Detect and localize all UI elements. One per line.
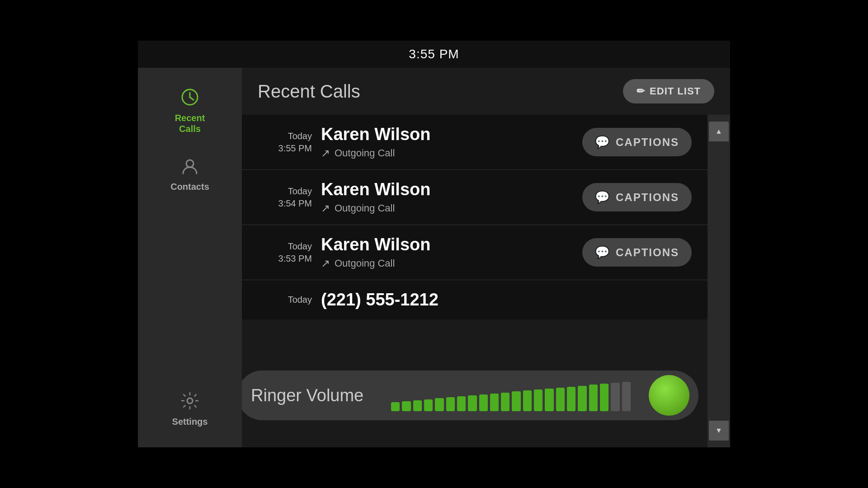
- call-type-1: Outgoing Call: [335, 147, 395, 159]
- call-info-2: Karen Wilson ↗ Outgoing Call: [321, 180, 573, 215]
- ringer-volume-overlay: Ringer Volume: [242, 371, 698, 420]
- edit-list-button[interactable]: ✏ EDIT LIST: [623, 79, 714, 103]
- edit-list-label: EDIT LIST: [650, 85, 701, 97]
- call-time-1: Today 3:55 PM: [258, 131, 312, 154]
- call-hour-2: 3:54 PM: [278, 198, 312, 209]
- captions-label-2: CAPTIONS: [616, 191, 679, 204]
- sidebar-item-settings[interactable]: Settings: [138, 380, 242, 438]
- call-name-1: Karen Wilson: [321, 125, 573, 144]
- status-time: 3:55 PM: [409, 47, 459, 61]
- call-item: Today 3:55 PM Karen Wilson ↗ Outgoing Ca…: [242, 115, 708, 170]
- call-hour-3: 3:53 PM: [278, 253, 312, 264]
- svg-point-3: [186, 160, 193, 167]
- outgoing-arrow-2: ↗: [321, 202, 330, 215]
- call-type-row-1: ↗ Outgoing Call: [321, 147, 573, 160]
- sidebar-item-recent-calls[interactable]: Recent Calls: [138, 77, 242, 145]
- contacts-label: Contacts: [170, 181, 209, 192]
- svg-point-4: [187, 398, 193, 404]
- sidebar: Recent Calls Contacts Settings: [138, 41, 242, 447]
- call-list-container: Today 3:55 PM Karen Wilson ↗ Outgoing Ca…: [242, 115, 730, 447]
- call-info-3: Karen Wilson ↗ Outgoing Call: [321, 235, 573, 270]
- call-day-partial: Today: [288, 295, 312, 305]
- page-header: Recent Calls ✏ EDIT LIST: [242, 68, 730, 115]
- captions-button-3[interactable]: 💬 CAPTIONS: [582, 238, 692, 267]
- ringer-volume-label: Ringer Volume: [251, 386, 377, 405]
- call-list: Today 3:55 PM Karen Wilson ↗ Outgoing Ca…: [242, 115, 708, 447]
- call-time-partial: Today: [258, 295, 312, 305]
- page-title: Recent Calls: [258, 81, 360, 102]
- ringer-bars: [391, 380, 631, 411]
- call-type-row-3: ↗ Outgoing Call: [321, 257, 573, 270]
- call-type-2: Outgoing Call: [335, 202, 395, 214]
- call-day-3: Today: [288, 241, 312, 252]
- call-item: Today 3:53 PM Karen Wilson ↗ Outgoing Ca…: [242, 225, 708, 280]
- call-type-row-2: ↗ Outgoing Call: [321, 202, 573, 215]
- call-day-2: Today: [288, 186, 312, 197]
- edit-icon: ✏: [637, 85, 645, 97]
- captions-label-1: CAPTIONS: [616, 136, 679, 149]
- captions-button-2[interactable]: 💬 CAPTIONS: [582, 183, 692, 211]
- call-item: Today 3:54 PM Karen Wilson ↗ Outgoing Ca…: [242, 170, 708, 225]
- call-time-2: Today 3:54 PM: [258, 186, 312, 209]
- captions-label-3: CAPTIONS: [616, 246, 679, 259]
- call-info-1: Karen Wilson ↗ Outgoing Call: [321, 125, 573, 160]
- call-type-3: Outgoing Call: [335, 258, 395, 269]
- recent-calls-label: Recent Calls: [175, 113, 205, 134]
- call-day-1: Today: [288, 131, 312, 141]
- call-item-partial: Today (221) 555-1212: [242, 280, 708, 319]
- svg-line-2: [190, 97, 193, 100]
- scroll-down-arrow: ▼: [715, 427, 722, 435]
- status-bar: 3:55 PM: [138, 41, 730, 68]
- caption-icon-2: 💬: [595, 190, 610, 204]
- settings-label: Settings: [172, 416, 208, 427]
- call-number-partial: (221) 555-1212: [321, 290, 439, 310]
- outgoing-arrow-1: ↗: [321, 147, 330, 160]
- clock-icon: [181, 88, 199, 109]
- call-name-2: Karen Wilson: [321, 180, 573, 199]
- scroll-down-button[interactable]: ▼: [709, 421, 729, 441]
- outgoing-arrow-3: ↗: [321, 257, 330, 270]
- sidebar-item-contacts[interactable]: Contacts: [138, 145, 242, 203]
- call-name-3: Karen Wilson: [321, 235, 573, 254]
- caption-icon-1: 💬: [595, 135, 610, 149]
- scrollbar: ▲ ▼: [708, 115, 730, 447]
- caption-icon-3: 💬: [595, 245, 610, 259]
- call-time-3: Today 3:53 PM: [258, 241, 312, 264]
- scroll-up-button[interactable]: ▲: [709, 122, 729, 141]
- captions-button-1[interactable]: 💬 CAPTIONS: [582, 128, 692, 156]
- ringer-volume-knob[interactable]: [649, 375, 689, 416]
- contacts-icon: [181, 157, 199, 178]
- settings-icon: [181, 392, 199, 413]
- call-hour-1: 3:55 PM: [278, 143, 312, 154]
- scroll-up-arrow: ▲: [715, 127, 722, 136]
